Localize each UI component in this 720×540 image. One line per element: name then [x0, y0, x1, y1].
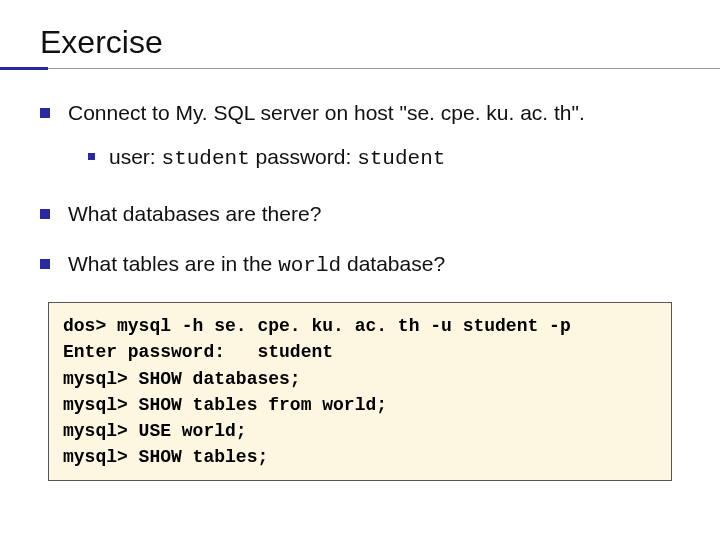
square-bullet-icon: [40, 259, 50, 269]
text-fragment: ".: [572, 101, 585, 124]
code-fragment: student: [357, 147, 445, 170]
list-item: What tables are in the world database?: [40, 250, 680, 280]
bullet-text: user: student password: student: [109, 143, 445, 173]
list-item: Connect to My. SQL server on host "se. c…: [40, 99, 680, 127]
square-bullet-icon: [88, 153, 95, 160]
text-fragment: se. cpe. ku. ac. th: [407, 101, 572, 124]
list-item: What databases are there?: [40, 200, 680, 228]
slide: Exercise Connect to My. SQL server on ho…: [0, 0, 720, 540]
title-underline: [0, 68, 720, 69]
code-block: dos> mysql -h se. cpe. ku. ac. th -u stu…: [48, 302, 672, 481]
list-item: user: student password: student: [88, 143, 680, 173]
code-fragment: student: [162, 147, 250, 170]
text-fragment: What tables are in the: [68, 252, 278, 275]
bullet-text: Connect to My. SQL server on host "se. c…: [68, 99, 585, 127]
square-bullet-icon: [40, 209, 50, 219]
text-fragment: database?: [341, 252, 445, 275]
slide-content: Connect to My. SQL server on host "se. c…: [40, 99, 680, 481]
title-block: Exercise: [40, 24, 680, 67]
text-fragment: user:: [109, 145, 162, 168]
text-fragment: password:: [250, 145, 357, 168]
bullet-text: What databases are there?: [68, 200, 321, 228]
slide-title: Exercise: [40, 24, 680, 67]
code-fragment: world: [278, 254, 341, 277]
bullet-text: What tables are in the world database?: [68, 250, 445, 280]
text-fragment: Connect to My. SQL server on host ": [68, 101, 407, 124]
square-bullet-icon: [40, 108, 50, 118]
